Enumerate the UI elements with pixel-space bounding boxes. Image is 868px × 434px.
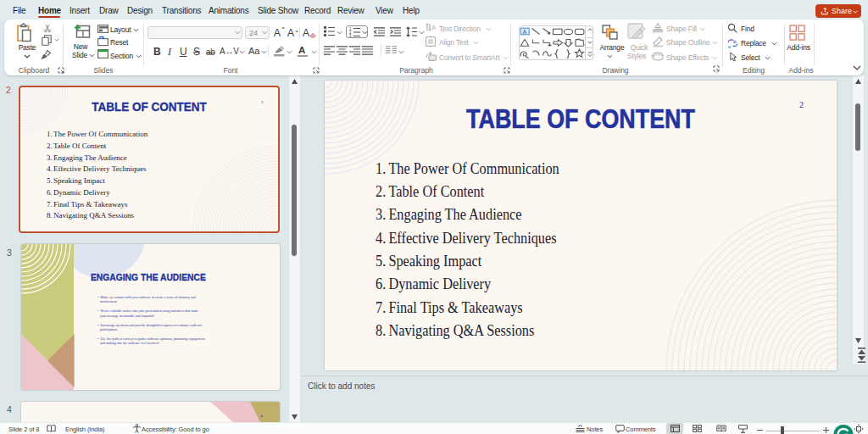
svg-text:A: A xyxy=(523,29,527,35)
svg-text:c: c xyxy=(728,44,732,49)
svg-text:A: A xyxy=(431,24,437,31)
svg-text:b: b xyxy=(733,39,737,44)
